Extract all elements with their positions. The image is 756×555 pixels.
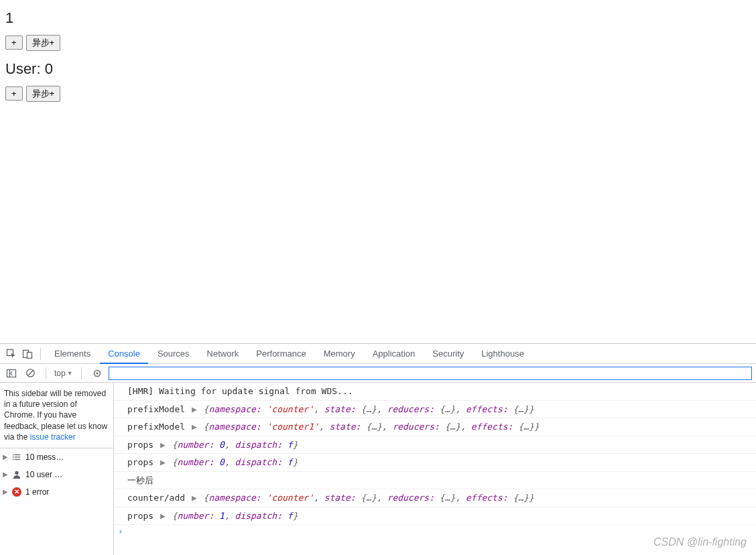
counter-buttons: +异步+ <box>5 35 751 51</box>
devtools-tabs: ElementsConsoleSourcesNetworkPerformance… <box>0 344 756 364</box>
stat-row-list[interactable]: ▶10 mess… <box>0 448 113 466</box>
toggle-sidebar-icon[interactable] <box>4 366 19 381</box>
svg-point-8 <box>96 372 98 374</box>
list-icon <box>11 452 22 462</box>
user-increment-button[interactable]: + <box>5 86 23 101</box>
console-log-line[interactable]: props ▶ {number: 1, dispatch: f} <box>114 507 756 526</box>
console-toolbar: top ▼ <box>0 364 756 383</box>
stat-label: 10 mess… <box>25 452 111 462</box>
devtools-body: This sidebar will be removed in a future… <box>0 383 756 555</box>
tab-performance[interactable]: Performance <box>248 344 314 364</box>
user-buttons: +异步+ <box>5 86 751 102</box>
live-expression-icon[interactable] <box>90 366 105 381</box>
stat-row-error[interactable]: ▶✕1 error <box>0 483 113 501</box>
tab-network[interactable]: Network <box>199 344 247 364</box>
devtools-panel: ElementsConsoleSourcesNetworkPerformance… <box>0 343 756 555</box>
tab-memory[interactable]: Memory <box>316 344 363 364</box>
svg-line-6 <box>27 371 33 376</box>
error-icon: ✕ <box>11 487 22 497</box>
tab-separator <box>40 348 41 360</box>
toolbar-separator <box>46 367 46 379</box>
user-async-increment-button[interactable]: 异步+ <box>26 86 61 102</box>
svg-rect-3 <box>7 369 16 377</box>
async-increment-button[interactable]: 异步+ <box>26 35 61 51</box>
context-selector[interactable]: top ▼ <box>54 369 73 378</box>
expand-arrow-icon: ▶ <box>3 488 8 495</box>
sidebar-notice: This sidebar will be removed in a future… <box>0 383 113 448</box>
console-log-line[interactable]: prefixModel ▶ {namespace: 'counter1', st… <box>114 418 756 436</box>
prompt-caret-icon: › <box>118 526 123 536</box>
stat-label: 10 user … <box>25 470 111 479</box>
tab-application[interactable]: Application <box>365 344 424 364</box>
counter-value: 1 <box>5 9 751 27</box>
tab-elements[interactable]: Elements <box>46 344 99 364</box>
clear-console-icon[interactable] <box>23 366 38 381</box>
inspect-element-icon[interactable] <box>4 347 19 361</box>
svg-point-15 <box>15 471 18 475</box>
svg-point-14 <box>13 459 14 460</box>
device-toolbar-icon[interactable] <box>20 347 35 361</box>
console-log-line[interactable]: [HMR] Waiting for update signal from WDS… <box>114 383 756 401</box>
svg-point-13 <box>13 456 14 458</box>
console-sidebar: This sidebar will be removed in a future… <box>0 383 114 555</box>
context-label: top <box>54 369 66 378</box>
tab-sources[interactable]: Sources <box>149 344 198 364</box>
user-icon <box>11 469 22 480</box>
console-log-line[interactable]: props ▶ {number: 0, dispatch: f} <box>114 436 756 454</box>
user-label-prefix: User: <box>5 60 45 77</box>
user-heading: User: 0 <box>5 60 751 78</box>
increment-button[interactable]: + <box>5 36 23 50</box>
console-filter-input[interactable] <box>109 367 752 380</box>
tab-lighthouse[interactable]: Lighthouse <box>473 344 532 364</box>
svg-rect-2 <box>27 352 32 358</box>
user-value: 0 <box>45 60 53 77</box>
stat-label: 1 error <box>25 487 111 497</box>
tab-security[interactable]: Security <box>424 344 472 364</box>
page-spacer <box>0 117 756 343</box>
tab-console[interactable]: Console <box>100 344 148 364</box>
app-page: 1 +异步+ User: 0 +异步+ <box>0 0 756 117</box>
expand-arrow-icon: ▶ <box>3 471 8 478</box>
console-output[interactable]: [HMR] Waiting for update signal from WDS… <box>114 383 756 555</box>
issue-tracker-link[interactable]: issue tracker <box>30 432 76 442</box>
console-prompt[interactable]: › <box>114 525 756 538</box>
toolbar-separator-2 <box>81 367 82 379</box>
stat-row-user[interactable]: ▶10 user … <box>0 466 113 483</box>
console-log-line[interactable]: props ▶ {number: 0, dispatch: f} <box>114 454 756 472</box>
console-log-line[interactable]: counter/add ▶ {namespace: 'counter', sta… <box>114 489 756 507</box>
console-log-line[interactable]: 一秒后 <box>114 472 756 490</box>
expand-arrow-icon: ▶ <box>3 453 8 460</box>
sidebar-stats: ▶10 mess…▶10 user …▶✕1 error <box>0 448 113 501</box>
chevron-down-icon: ▼ <box>67 370 73 377</box>
console-log-line[interactable]: prefixModel ▶ {namespace: 'counter', sta… <box>114 401 756 419</box>
svg-point-12 <box>13 454 14 456</box>
